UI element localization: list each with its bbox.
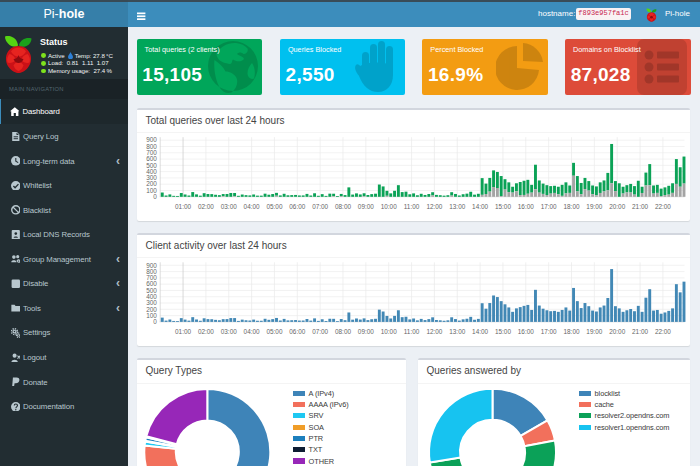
svg-text:15:00: 15:00 — [495, 203, 511, 210]
svg-text:100: 100 — [146, 312, 157, 319]
svg-text:03:00: 03:00 — [221, 328, 237, 335]
svg-text:03:00: 03:00 — [221, 203, 237, 210]
svg-text:06:00: 06:00 — [289, 328, 305, 335]
svg-text:16:00: 16:00 — [518, 203, 534, 210]
svg-text:05:00: 05:00 — [266, 203, 282, 210]
svg-text:11:00: 11:00 — [404, 203, 420, 210]
svg-text:09:00: 09:00 — [358, 328, 374, 335]
svg-text:22:00: 22:00 — [655, 328, 671, 335]
svg-text:11:00: 11:00 — [404, 328, 420, 335]
svg-text:18:00: 18:00 — [564, 203, 580, 210]
svg-text:500: 500 — [146, 287, 157, 294]
svg-text:0: 0 — [153, 193, 157, 200]
svg-text:14:00: 14:00 — [472, 328, 488, 335]
svg-text:06:00: 06:00 — [289, 203, 305, 210]
svg-text:10:00: 10:00 — [381, 328, 397, 335]
svg-text:19:00: 19:00 — [586, 328, 602, 335]
svg-text:15:00: 15:00 — [495, 328, 511, 335]
svg-text:04:00: 04:00 — [244, 203, 260, 210]
svg-text:18:00: 18:00 — [564, 328, 580, 335]
svg-text:14:00: 14:00 — [472, 203, 488, 210]
svg-text:400: 400 — [146, 293, 157, 300]
svg-text:900: 900 — [146, 262, 157, 269]
svg-text:07:00: 07:00 — [312, 328, 328, 335]
svg-text:100: 100 — [146, 187, 157, 194]
svg-text:21:00: 21:00 — [632, 328, 648, 335]
svg-text:12:00: 12:00 — [426, 203, 442, 210]
svg-text:13:00: 13:00 — [449, 328, 465, 335]
svg-text:400: 400 — [146, 168, 157, 175]
svg-text:20:00: 20:00 — [609, 203, 625, 210]
svg-text:700: 700 — [146, 149, 157, 156]
svg-text:600: 600 — [146, 280, 157, 287]
svg-text:200: 200 — [146, 306, 157, 313]
svg-text:05:00: 05:00 — [266, 328, 282, 335]
svg-text:300: 300 — [146, 299, 157, 306]
svg-text:17:00: 17:00 — [541, 328, 557, 335]
svg-text:200: 200 — [146, 180, 157, 187]
svg-text:02:00: 02:00 — [198, 328, 214, 335]
svg-text:12:00: 12:00 — [426, 328, 442, 335]
svg-text:20:00: 20:00 — [609, 328, 625, 335]
svg-text:800: 800 — [146, 143, 157, 150]
svg-text:300: 300 — [146, 174, 157, 181]
svg-text:01:00: 01:00 — [175, 328, 191, 335]
svg-text:08:00: 08:00 — [335, 328, 351, 335]
svg-text:13:00: 13:00 — [449, 203, 465, 210]
svg-text:700: 700 — [146, 274, 157, 281]
svg-text:09:00: 09:00 — [358, 203, 374, 210]
svg-text:07:00: 07:00 — [312, 203, 328, 210]
svg-text:21:00: 21:00 — [632, 203, 648, 210]
svg-text:22:00: 22:00 — [655, 203, 671, 210]
svg-text:08:00: 08:00 — [335, 203, 351, 210]
svg-text:500: 500 — [146, 162, 157, 169]
svg-text:04:00: 04:00 — [244, 328, 260, 335]
svg-text:17:00: 17:00 — [541, 203, 557, 210]
svg-text:02:00: 02:00 — [198, 203, 214, 210]
svg-text:19:00: 19:00 — [586, 203, 602, 210]
svg-text:10:00: 10:00 — [381, 203, 397, 210]
svg-text:900: 900 — [146, 136, 157, 143]
svg-text:800: 800 — [146, 268, 157, 275]
svg-text:600: 600 — [146, 155, 157, 162]
svg-text:16:00: 16:00 — [518, 328, 534, 335]
svg-text:01:00: 01:00 — [175, 203, 191, 210]
svg-text:0: 0 — [153, 318, 157, 325]
